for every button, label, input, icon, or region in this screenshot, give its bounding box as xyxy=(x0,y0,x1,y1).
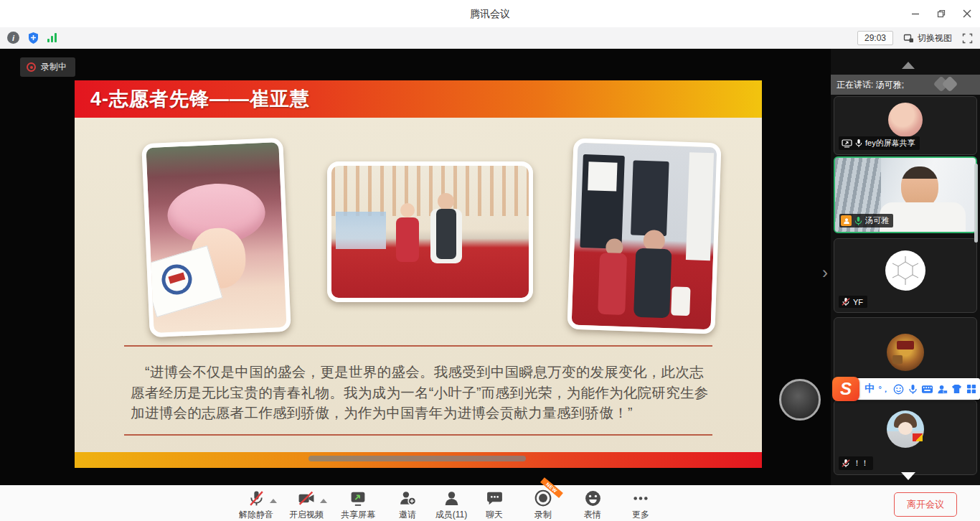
participant-tile-fey[interactable]: fey的屏幕共享 xyxy=(834,96,977,155)
mic-muted-icon xyxy=(842,297,850,306)
switch-view-label: 切换视图 xyxy=(918,32,952,44)
participant-name: YF xyxy=(853,298,863,306)
mic-on-icon xyxy=(855,139,862,148)
restore-button[interactable] xyxy=(928,0,954,27)
participant-tile-exclaim[interactable]: ！！ xyxy=(834,400,977,475)
avatar xyxy=(887,410,924,448)
ime-skin-icon[interactable] xyxy=(951,384,962,394)
participant-name: 汤可雅 xyxy=(865,215,889,226)
chat-icon xyxy=(486,489,504,507)
network-signal-icon[interactable] xyxy=(47,33,57,42)
tencent-meeting-window: 腾讯会议 i 29:03 xyxy=(0,0,980,521)
share-screen-icon xyxy=(349,489,367,507)
ime-account-icon[interactable] xyxy=(937,384,948,395)
ime-keyboard-icon[interactable] xyxy=(921,385,933,394)
top-bar-right: 29:03 切换视图 xyxy=(857,27,973,49)
title-bar: 腾讯会议 xyxy=(0,0,980,27)
share-screen-button[interactable]: 共享屏幕 xyxy=(329,489,387,521)
window-controls xyxy=(903,0,980,27)
ime-emoji-icon[interactable] xyxy=(893,384,904,395)
sogou-logo-icon[interactable]: S xyxy=(832,377,859,401)
ime-voice-icon[interactable] xyxy=(908,384,918,395)
slide-quote-text: “进博会不仅是中国的盛会，更是世界的盛会。我感受到中国瞬息万变的发展变化，此次志… xyxy=(131,362,713,423)
camera-off-icon xyxy=(297,489,316,507)
avatar xyxy=(887,334,924,371)
participant-name: fey的屏幕共享 xyxy=(865,138,915,149)
sidebar-collapse-chevron-icon[interactable]: › xyxy=(822,264,828,281)
avatar xyxy=(888,103,923,137)
meeting-watermark-logo xyxy=(936,78,964,91)
ime-toolbox-icon[interactable] xyxy=(966,384,976,394)
leave-meeting-button[interactable]: 离开会议 xyxy=(894,492,957,517)
mic-options-caret[interactable] xyxy=(270,499,277,503)
more-button[interactable]: 更多 xyxy=(612,489,669,521)
members-icon xyxy=(443,489,461,507)
sogou-ime-toolbar: S 中 °， xyxy=(832,376,980,402)
record-button[interactable]: NEW 录制 xyxy=(514,489,572,521)
start-video-button[interactable]: 开启视频 xyxy=(278,489,335,521)
top-bar-left: i xyxy=(0,32,57,44)
close-icon[interactable] xyxy=(954,0,980,27)
shared-presentation-slide: 4-志愿者先锋——崔亚慧 xyxy=(75,80,762,468)
participants-scrollbar[interactable] xyxy=(974,164,978,243)
record-icon xyxy=(534,489,552,507)
photo-volunteers-hall xyxy=(327,161,533,302)
participant-tile-yf[interactable]: YF xyxy=(834,238,977,313)
screen-share-icon xyxy=(842,139,852,148)
switch-view-button[interactable]: 切换视图 xyxy=(903,32,952,44)
quote-bottom-divider xyxy=(124,434,712,436)
meeting-top-bar: i 29:03 切换视图 xyxy=(0,27,980,49)
meeting-info-icon[interactable]: i xyxy=(7,32,19,44)
participant-name-tag: fey的屏幕共享 xyxy=(839,136,920,150)
window-title: 腾讯会议 xyxy=(0,0,980,27)
molecule-avatar-art xyxy=(885,250,925,291)
meeting-timer: 29:03 xyxy=(857,31,893,45)
mic-muted-icon xyxy=(842,459,850,468)
emoji-icon xyxy=(584,489,602,507)
meeting-control-bar: 解除静音 开启视频 共享屏幕 xyxy=(0,485,980,521)
recording-dot-icon xyxy=(27,62,36,72)
minimize-button[interactable] xyxy=(903,0,928,27)
scroll-down-arrow[interactable] xyxy=(901,472,915,480)
speaking-now-text: 正在讲话: 汤可雅; xyxy=(837,79,904,91)
quote-top-divider xyxy=(124,345,712,347)
slide-title-banner: 4-志愿者先锋——崔亚慧 xyxy=(75,80,762,118)
participant-name-tag: ！！ xyxy=(839,456,873,470)
recording-label: 录制中 xyxy=(41,61,67,73)
participant-name-tag: YF xyxy=(839,296,867,308)
mic-muted-icon xyxy=(248,489,265,507)
invite-icon xyxy=(398,489,417,507)
more-icon xyxy=(631,489,650,507)
participant-name: ！！ xyxy=(853,458,869,469)
mic-speaking-icon xyxy=(854,216,862,226)
slide-title: 4-志愿者先锋——崔亚慧 xyxy=(90,80,310,118)
slide-body: “进博会不仅是中国的盛会，更是世界的盛会。我感受到中国瞬息万变的发展变化，此次志… xyxy=(75,118,762,452)
ime-punctuation-button[interactable]: °， xyxy=(879,384,890,395)
host-badge-icon xyxy=(841,215,852,226)
participant-tile-tangkeya[interactable]: 汤可雅 xyxy=(834,156,977,233)
participants-sidebar: 正在讲话: 汤可雅; fey的屏幕共享 xyxy=(831,49,980,485)
floating-camera-placeholder-circle[interactable] xyxy=(779,379,821,421)
unmute-button[interactable]: 解除静音 xyxy=(227,489,285,521)
participant-name-tag: 汤可雅 xyxy=(839,214,893,227)
ime-chinese-mode-button[interactable]: 中 xyxy=(864,382,875,395)
photo-expo-screens xyxy=(567,138,721,334)
speaking-now-banner: 正在讲话: 汤可雅; xyxy=(831,75,980,95)
slide-horizontal-scrollbar[interactable] xyxy=(308,456,526,461)
scroll-up-arrow[interactable] xyxy=(902,62,915,69)
switch-view-icon xyxy=(903,33,914,44)
photo-volunteer-crowd xyxy=(141,138,291,337)
recording-badge: 录制中 xyxy=(20,57,75,77)
fullscreen-icon[interactable] xyxy=(962,33,973,44)
security-shield-icon[interactable] xyxy=(27,32,39,44)
ime-icon-bar: 中 °， xyxy=(855,378,980,400)
avatar xyxy=(885,250,925,291)
video-options-caret[interactable] xyxy=(320,499,327,503)
